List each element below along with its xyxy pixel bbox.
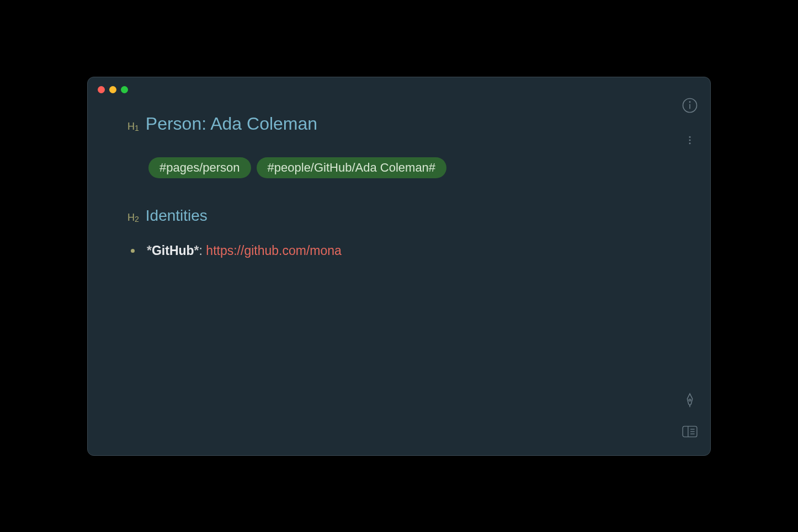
svg-point-6 bbox=[689, 399, 691, 401]
tags-row: #pages/person #people/GitHub/Ada Coleman… bbox=[148, 157, 671, 178]
heading-2-line: H2 Identities bbox=[127, 207, 671, 225]
document-content[interactable]: H1 Person: Ada Coleman #pages/person #pe… bbox=[88, 77, 710, 280]
h2-marker: H2 bbox=[127, 212, 139, 224]
bullet-text: *GitHub*: https://github.com/mona bbox=[147, 243, 342, 258]
svg-rect-8 bbox=[683, 426, 697, 437]
book-icon[interactable] bbox=[682, 424, 698, 439]
markdown-asterisk: * bbox=[194, 243, 199, 258]
svg-point-4 bbox=[689, 139, 691, 141]
heading-1-line: H1 Person: Ada Coleman bbox=[127, 114, 671, 134]
identity-url[interactable]: https://github.com/mona bbox=[206, 243, 341, 258]
window-traffic-lights bbox=[98, 86, 128, 93]
tag-pages-person[interactable]: #pages/person bbox=[148, 157, 251, 178]
minimize-window-button[interactable] bbox=[109, 86, 116, 93]
editor-window: H1 Person: Ada Coleman #pages/person #pe… bbox=[87, 77, 711, 456]
markdown-asterisk: * bbox=[147, 243, 152, 258]
h2-title[interactable]: Identities bbox=[146, 207, 208, 225]
maximize-window-button[interactable] bbox=[121, 86, 128, 93]
svg-point-3 bbox=[689, 136, 691, 137]
separator: : bbox=[199, 243, 206, 258]
right-toolbar-top bbox=[682, 97, 698, 146]
close-window-button[interactable] bbox=[98, 86, 105, 93]
tag-people-github[interactable]: #people/GitHub/Ada Coleman# bbox=[257, 157, 447, 178]
bullet-marker bbox=[131, 249, 135, 253]
identity-label: GitHub bbox=[152, 243, 194, 258]
pen-icon[interactable] bbox=[682, 392, 698, 408]
more-icon[interactable] bbox=[684, 135, 695, 146]
right-toolbar-bottom bbox=[682, 392, 698, 439]
h1-title[interactable]: Person: Ada Coleman bbox=[146, 114, 317, 134]
h1-marker: H1 bbox=[127, 121, 139, 132]
svg-point-2 bbox=[689, 102, 690, 102]
info-icon[interactable] bbox=[682, 97, 698, 114]
svg-point-5 bbox=[689, 142, 691, 144]
bullet-item[interactable]: *GitHub*: https://github.com/mona bbox=[131, 243, 671, 258]
